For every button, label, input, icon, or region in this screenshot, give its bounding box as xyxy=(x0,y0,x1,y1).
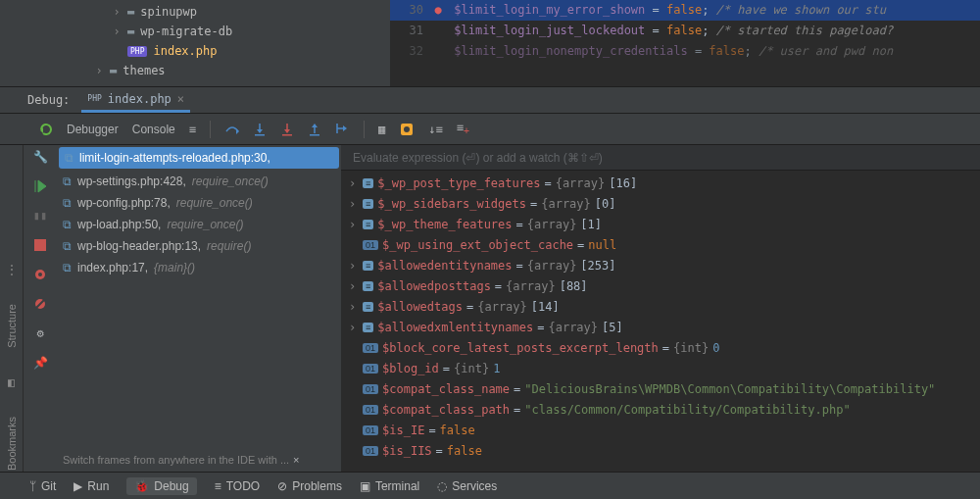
tree-row[interactable]: › ▬ wp-migrate-db xyxy=(94,22,390,41)
bookmarks-tool-button[interactable]: ◧ xyxy=(8,375,15,389)
debug-tab-label: index.php xyxy=(108,92,172,106)
todo-tool-button[interactable]: ≡TODO xyxy=(215,479,260,493)
variable-row[interactable]: ›≡ $_wp_post_type_features = {array} [16… xyxy=(341,173,980,193)
variable-row[interactable]: ›≡ $allowedentitynames = {array} [253] xyxy=(341,255,980,275)
variable-row[interactable]: ›≡ $allowedtags = {array} [14] xyxy=(341,296,980,317)
variable-name: $_wp_theme_features xyxy=(377,218,512,231)
resume-icon[interactable] xyxy=(32,178,48,194)
variable-row[interactable]: ›≡ $allowedxmlentitynames = {array} [5] xyxy=(341,317,980,337)
code-line[interactable]: 32 $limit_login_nonempty_credentials = f… xyxy=(390,41,980,62)
variable-row[interactable]: ›01 $blog_id = {int} 1 xyxy=(341,358,980,378)
type-badge-icon: ≡ xyxy=(363,261,373,271)
git-tool-button[interactable]: ᛘGit xyxy=(29,479,56,493)
variable-name: $blog_id xyxy=(382,362,439,375)
svg-point-7 xyxy=(38,273,42,276)
run-to-cursor-icon[interactable] xyxy=(334,122,350,137)
expand-arrow-icon[interactable]: › xyxy=(349,259,359,273)
frame-text: limit-login-attempts-reloaded.php:30, xyxy=(79,151,270,165)
force-step-into-icon[interactable] xyxy=(279,122,295,137)
close-icon[interactable]: × xyxy=(177,92,184,106)
terminal-tool-button[interactable]: ▣Terminal xyxy=(360,479,419,493)
problems-tool-button[interactable]: ⊘Problems xyxy=(277,479,342,493)
rerun-icon[interactable] xyxy=(39,123,53,136)
console-tab-button[interactable]: Console xyxy=(132,123,175,136)
expand-arrow-icon[interactable]: › xyxy=(349,279,359,293)
variable-row[interactable]: ›01 $compat_class_name = "DeliciousBrain… xyxy=(341,378,980,399)
top-split: › ▬ spinupwp › ▬ wp-migrate-db PHP index… xyxy=(0,0,980,86)
expand-arrow-icon[interactable]: › xyxy=(349,197,359,211)
line-number: 30 xyxy=(390,0,429,21)
stack-frame[interactable]: ⧉wp-config.php:78, require_once() xyxy=(57,192,341,214)
trace-icon[interactable] xyxy=(399,122,415,137)
settings-icon[interactable]: ≡+ xyxy=(457,121,469,136)
evaluate-expression-icon[interactable]: ▦ xyxy=(378,123,385,136)
stack-frame[interactable]: ⧉index.php:17, {main}() xyxy=(57,257,341,278)
structure-label[interactable]: Structure xyxy=(6,304,18,348)
variable-name: $compat_class_path xyxy=(382,403,510,417)
variable-row[interactable]: ›≡ $allowedposttags = {array} [88] xyxy=(341,275,980,296)
frame-icon: ⧉ xyxy=(63,175,72,188)
debugger-tab-button[interactable]: Debugger xyxy=(67,123,119,136)
frame-function: require_once() xyxy=(167,218,243,231)
bookmarks-label[interactable]: Bookmarks xyxy=(6,417,18,471)
expand-arrow-icon[interactable]: › xyxy=(349,300,359,314)
variable-value: "class/Common/Compatibility/Compatibilit… xyxy=(524,403,850,417)
services-tool-button[interactable]: ◌Services xyxy=(437,479,497,493)
svg-rect-2 xyxy=(310,134,319,136)
variable-row[interactable]: ›01 $_wp_using_ext_object_cache = null xyxy=(341,234,980,255)
project-tree[interactable]: › ▬ spinupwp › ▬ wp-migrate-db PHP index… xyxy=(0,0,390,86)
code-line[interactable]: 30● $limit_login_my_error_shown = false;… xyxy=(390,0,980,21)
breakpoint-icon[interactable]: ● xyxy=(429,0,447,21)
expand-arrow-icon[interactable]: › xyxy=(349,321,359,334)
run-tool-button[interactable]: ▶Run xyxy=(74,479,109,493)
debug-tool-window-header: Debug: PHP index.php × xyxy=(0,86,980,114)
frame-icon: ⧉ xyxy=(63,218,72,231)
php-file-icon: PHP xyxy=(127,46,147,57)
frame-icon: ⧉ xyxy=(65,151,74,165)
debug-label: Debug: xyxy=(27,93,70,107)
sort-icon[interactable]: ↓≡ xyxy=(428,123,442,136)
variable-type: {array} xyxy=(548,321,598,334)
evaluate-expression-input[interactable]: Evaluate expression (⏎) or add a watch (… xyxy=(341,145,980,171)
settings-gear-icon[interactable]: ⚙ xyxy=(32,325,48,341)
bottom-toolbar: ᛘGit ▶Run 🐞Debug ≡TODO ⊘Problems ▣Termin… xyxy=(0,472,980,499)
tree-row[interactable]: PHP index.php xyxy=(94,41,390,61)
wrench-icon[interactable]: 🔧 xyxy=(32,149,48,165)
stop-icon[interactable] xyxy=(32,237,48,253)
step-over-icon[interactable] xyxy=(224,122,240,137)
mute-breakpoints-icon[interactable] xyxy=(32,296,48,312)
thread-dump-icon[interactable]: ≡ xyxy=(189,123,196,136)
pin-icon[interactable]: 📌 xyxy=(32,355,48,371)
variables-panel[interactable]: Evaluate expression (⏎) or add a watch (… xyxy=(341,145,980,472)
code-line[interactable]: 31 $limit_login_just_lockedout = false; … xyxy=(390,21,980,41)
structure-tool-button[interactable]: ⋮ xyxy=(6,263,18,276)
variable-type: {array} xyxy=(527,259,577,273)
variable-row[interactable]: ›≡ $_wp_theme_features = {array} [1] xyxy=(341,214,980,234)
variable-row[interactable]: ›01 $is_IE = false xyxy=(341,420,980,440)
svg-rect-1 xyxy=(282,134,292,136)
variable-row[interactable]: ›01 $compat_class_path = "class/Common/C… xyxy=(341,399,980,420)
stack-frame[interactable]: ⧉limit-login-attempts-reloaded.php:30, xyxy=(59,147,339,169)
frames-panel[interactable]: ⧉limit-login-attempts-reloaded.php:30,⧉w… xyxy=(57,145,341,472)
variable-row[interactable]: ›01 $block_core_latest_posts_excerpt_len… xyxy=(341,337,980,358)
expand-arrow-icon[interactable]: › xyxy=(349,176,359,190)
stack-frame[interactable]: ⧉wp-load.php:50, require_once() xyxy=(57,214,341,235)
view-breakpoints-icon[interactable] xyxy=(32,267,48,282)
debug-tab[interactable]: PHP index.php × xyxy=(81,87,190,113)
variable-type: {array} xyxy=(541,197,591,211)
stack-frame[interactable]: ⧉wp-blog-header.php:13, require() xyxy=(57,235,341,257)
variable-count: [14] xyxy=(531,300,560,314)
pause-icon[interactable]: ▮▮ xyxy=(32,208,48,224)
step-out-icon[interactable] xyxy=(307,122,322,137)
expand-arrow-icon[interactable]: › xyxy=(349,218,359,231)
chevron-right-icon: › xyxy=(94,64,104,77)
tree-row[interactable]: › ▬ spinupwp xyxy=(94,2,390,22)
variable-row[interactable]: ›01 $is_IIS = false xyxy=(341,440,980,461)
tree-row[interactable]: › ▬ themes xyxy=(94,61,390,80)
debug-tool-button[interactable]: 🐞Debug xyxy=(126,477,196,495)
step-into-icon[interactable] xyxy=(252,122,268,137)
frame-tip: Switch frames from anywhere in the IDE w… xyxy=(63,454,335,466)
variable-row[interactable]: ›≡ $_wp_sidebars_widgets = {array} [0] xyxy=(341,193,980,214)
code-editor[interactable]: 30● $limit_login_my_error_shown = false;… xyxy=(390,0,980,86)
stack-frame[interactable]: ⧉wp-settings.php:428, require_once() xyxy=(57,171,341,192)
